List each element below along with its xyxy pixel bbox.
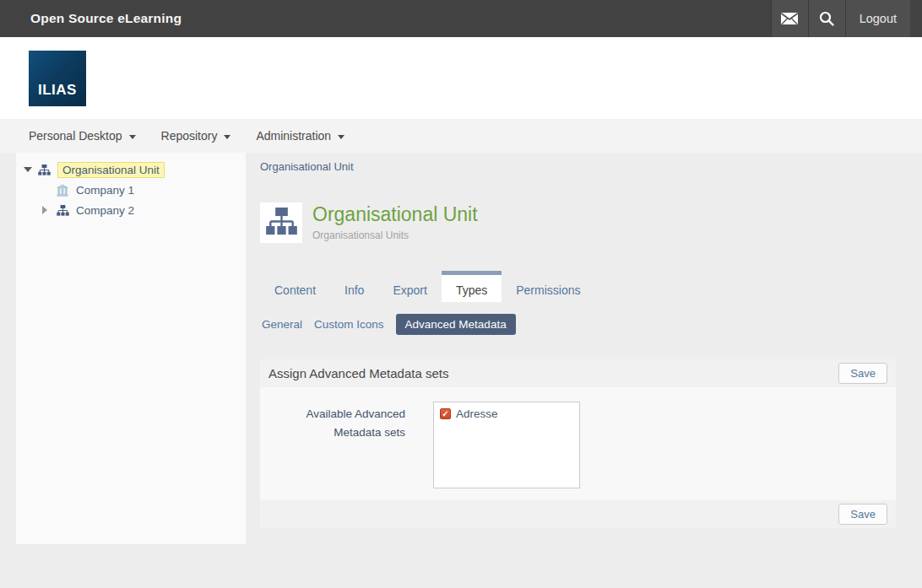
topbar-actions: Logout [771,0,910,37]
subtab-general[interactable]: General [262,318,302,331]
caret-right-icon [42,206,47,214]
form-header: Assign Advanced Metadata sets Save [260,359,896,387]
expand-toggle[interactable] [24,167,38,172]
tree-item-company-1[interactable]: Company 1 [16,180,246,200]
main-column: Organisational Unit Organ [260,153,896,526]
page-header: Organisational Unit Organisationsal Unit… [260,202,478,243]
chevron-down-icon [129,135,136,139]
menu-repository[interactable]: Repository [161,129,231,143]
search-icon [819,11,834,26]
breadcrumb: Organisational Unit [260,160,354,173]
tab-export[interactable]: Export [378,271,441,302]
page-title-group: Organisational Unit Organisationsal Unit… [312,202,478,243]
subtab-bar: General Custom Icons Advanced Metadata [262,313,516,335]
main-menu: Personal Desktop Repository Administrati… [0,119,922,153]
tree-label[interactable]: Company 2 [76,204,134,217]
topbar: Open Source eLearning [0,0,922,37]
field-label: Available Advanced Metadata sets [260,387,405,488]
ilias-admin-screen: Open Source eLearning [0,0,922,588]
save-button-bottom[interactable]: Save [838,504,887,525]
section-title: Assign Advanced Metadata sets [268,366,448,380]
tab-types[interactable]: Types [442,271,502,302]
logo-text: ILIAS [38,82,77,99]
chevron-down-icon [224,135,230,139]
subtab-advanced-metadata[interactable]: Advanced Metadata [396,314,516,335]
checkbox-checked-icon[interactable]: ✓ [440,408,451,419]
chevron-down-icon [338,135,344,139]
content-area: Organisational Unit Company 1 [0,153,922,588]
tree-item-organisational-unit[interactable]: Organisational Unit [16,159,246,180]
header-band: ILIAS [0,37,922,119]
menu-personal-desktop[interactable]: Personal Desktop [29,129,136,143]
orgunit-icon [57,205,73,216]
page-title: Organisational Unit [312,202,478,227]
ilias-logo[interactable]: ILIAS [29,51,86,106]
page-icon-box [260,202,302,243]
option-adresse[interactable]: ✓ Adresse [440,407,573,420]
tab-permissions[interactable]: Permissions [502,271,594,302]
app-title: Open Source eLearning [0,11,182,26]
orgunit-icon [266,208,297,239]
option-label: Adresse [456,407,498,420]
envelope-icon [780,12,799,25]
save-button-top[interactable]: Save [838,363,887,384]
expand-toggle[interactable] [42,206,57,214]
menu-label: Personal Desktop [29,129,122,143]
building-icon [57,184,73,197]
menu-administration[interactable]: Administration [256,129,344,143]
subtab-custom-icons[interactable]: Custom Icons [314,318,384,331]
form-footer: Save [260,500,896,528]
tree-item-company-2[interactable]: Company 2 [16,200,246,220]
mail-button[interactable] [771,0,808,37]
page-subtitle: Organisationsal Units [312,229,478,241]
field-value: ✓ Adresse [433,402,580,488]
tab-bar: Content Info Export Types Permissions [260,271,594,302]
logout-button[interactable]: Logout [845,0,910,37]
tab-content[interactable]: Content [260,271,330,302]
search-button[interactable] [808,0,845,37]
orgunit-icon [38,165,55,175]
menu-label: Repository [161,129,218,143]
assign-metadata-form: Assign Advanced Metadata sets Save Avail… [260,359,896,528]
tree-label[interactable]: Company 1 [76,184,134,197]
menu-label: Administration [256,129,331,143]
caret-down-icon [24,167,32,172]
tab-info[interactable]: Info [330,271,378,302]
metadata-set-listbox[interactable]: ✓ Adresse [433,402,580,488]
breadcrumb-item[interactable]: Organisational Unit [260,160,354,173]
form-body: Available Advanced Metadata sets ✓ Adres… [260,387,896,500]
repository-tree: Organisational Unit Company 1 [16,153,246,544]
tree-label[interactable]: Organisational Unit [57,162,165,178]
